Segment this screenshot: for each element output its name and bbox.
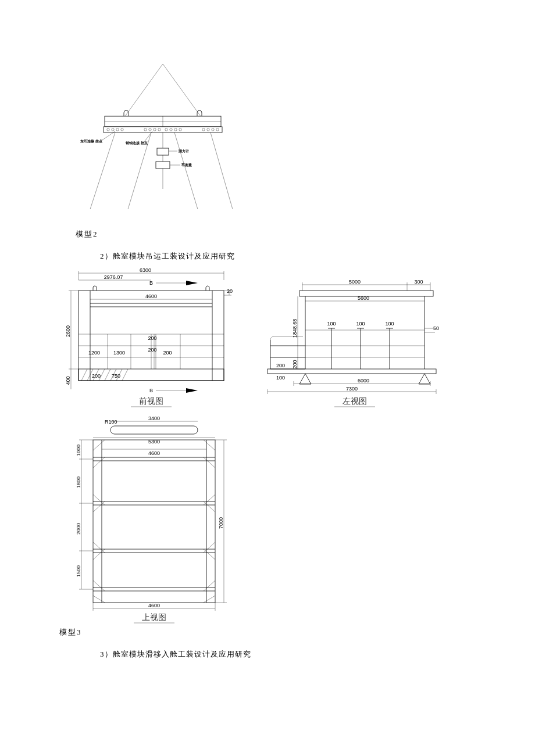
svg-line-70 bbox=[81, 369, 87, 381]
svg-line-162 bbox=[93, 501, 105, 512]
top-view-label: 上视图 bbox=[142, 613, 166, 622]
svg-text:4600: 4600 bbox=[148, 450, 160, 456]
svg-line-165 bbox=[204, 542, 215, 553]
svg-point-18 bbox=[202, 128, 205, 131]
svg-text:200: 200 bbox=[292, 360, 298, 368]
svg-line-77 bbox=[122, 369, 128, 381]
svg-text:1000: 1000 bbox=[76, 445, 81, 456]
svg-text:1500: 1500 bbox=[76, 565, 81, 577]
left-view-label: 左视图 bbox=[343, 397, 367, 406]
svg-text:1300: 1300 bbox=[113, 350, 125, 356]
svg-point-13 bbox=[158, 128, 160, 131]
svg-text:7000: 7000 bbox=[218, 517, 224, 529]
svg-point-21 bbox=[216, 128, 219, 131]
svg-line-168 bbox=[93, 581, 105, 591]
svg-marker-88 bbox=[186, 388, 198, 393]
svg-text:300: 300 bbox=[414, 279, 423, 285]
svg-line-160 bbox=[93, 495, 105, 505]
model2-right-label2: 平衡重 bbox=[181, 163, 192, 167]
model2-section: 左耳连接 挂点 销轴连接 挂点 测力计 平衡重 模型2 bbox=[58, 58, 500, 239]
svg-line-24 bbox=[174, 132, 198, 209]
svg-point-15 bbox=[170, 128, 172, 131]
model3-caption: 模型3 bbox=[59, 627, 500, 637]
model2-right-label1: 测力计 bbox=[178, 149, 189, 153]
heading3: 3）舱室模块滑移入舱工装设计及应用研究 bbox=[100, 649, 500, 660]
svg-text:R100: R100 bbox=[105, 419, 117, 425]
svg-text:100: 100 bbox=[327, 321, 336, 327]
svg-line-166 bbox=[93, 549, 105, 560]
svg-text:2600: 2600 bbox=[65, 325, 71, 337]
svg-text:1200: 1200 bbox=[88, 350, 100, 356]
svg-text:2000: 2000 bbox=[76, 523, 81, 535]
svg-text:7300: 7300 bbox=[346, 386, 358, 392]
svg-point-14 bbox=[165, 128, 167, 131]
svg-text:4600: 4600 bbox=[148, 603, 160, 608]
svg-text:100: 100 bbox=[276, 375, 285, 381]
svg-text:200: 200 bbox=[276, 363, 285, 368]
svg-text:1800: 1800 bbox=[76, 476, 81, 488]
svg-text:B: B bbox=[149, 388, 153, 393]
svg-point-6 bbox=[107, 128, 109, 131]
svg-text:3400: 3400 bbox=[148, 415, 160, 421]
svg-text:6000: 6000 bbox=[358, 378, 369, 384]
svg-line-157 bbox=[204, 440, 215, 450]
svg-rect-137 bbox=[110, 426, 198, 434]
svg-line-169 bbox=[204, 581, 215, 591]
model3-row1-svg: 6300 2976.07 B 20 4600 bbox=[58, 267, 465, 415]
svg-text:400: 400 bbox=[65, 376, 71, 385]
front-view-label: 前视图 bbox=[139, 397, 163, 406]
svg-line-163 bbox=[204, 501, 215, 512]
svg-text:750: 750 bbox=[112, 373, 120, 379]
svg-text:2976.07: 2976.07 bbox=[104, 274, 123, 280]
svg-text:100: 100 bbox=[356, 321, 365, 327]
svg-text:B: B bbox=[149, 280, 153, 286]
svg-rect-141 bbox=[93, 440, 215, 603]
svg-text:20: 20 bbox=[227, 288, 233, 294]
svg-point-11 bbox=[149, 128, 151, 131]
svg-text:100: 100 bbox=[385, 321, 394, 327]
svg-line-159 bbox=[204, 457, 215, 468]
model2-left-label: 左耳连接 挂点 bbox=[80, 139, 102, 144]
svg-line-164 bbox=[93, 542, 105, 553]
svg-line-25 bbox=[211, 132, 233, 209]
svg-text:200: 200 bbox=[148, 347, 156, 353]
svg-marker-43 bbox=[186, 281, 198, 285]
svg-point-7 bbox=[112, 128, 114, 131]
svg-line-170 bbox=[93, 596, 105, 603]
svg-line-0 bbox=[125, 64, 163, 116]
svg-text:5000: 5000 bbox=[349, 279, 361, 285]
svg-point-9 bbox=[121, 128, 123, 131]
svg-point-8 bbox=[116, 128, 119, 131]
svg-line-161 bbox=[204, 495, 215, 505]
heading2: 2）舱室模块吊运工装设计及应用研究 bbox=[100, 251, 500, 261]
svg-text:1848.68: 1848.68 bbox=[292, 319, 298, 338]
svg-point-12 bbox=[154, 128, 156, 131]
model2-mid-label: 销轴连接 挂点 bbox=[125, 141, 148, 145]
svg-text:5600: 5600 bbox=[358, 295, 369, 301]
svg-line-1 bbox=[163, 64, 201, 116]
svg-rect-29 bbox=[156, 162, 170, 169]
svg-text:200: 200 bbox=[148, 335, 156, 341]
svg-rect-27 bbox=[157, 148, 169, 155]
model3-topview-svg: R100 3400 5300 4600 bbox=[58, 415, 250, 625]
svg-point-19 bbox=[207, 128, 209, 131]
svg-text:4600: 4600 bbox=[145, 293, 157, 299]
svg-text:6300: 6300 bbox=[140, 267, 151, 273]
svg-text:200: 200 bbox=[92, 373, 101, 379]
svg-line-171 bbox=[204, 596, 215, 603]
svg-rect-5 bbox=[104, 127, 222, 132]
svg-line-156 bbox=[93, 440, 105, 450]
svg-line-22 bbox=[90, 132, 115, 209]
svg-point-20 bbox=[212, 128, 214, 131]
model2-svg: 左耳连接 挂点 销轴连接 挂点 测力计 平衡重 bbox=[58, 58, 233, 227]
svg-rect-118 bbox=[268, 369, 436, 374]
model2-caption: 模型2 bbox=[76, 229, 500, 239]
model3-section: 6300 2976.07 B 20 4600 bbox=[58, 267, 500, 637]
svg-text:200: 200 bbox=[163, 350, 172, 356]
svg-line-74 bbox=[105, 369, 110, 381]
svg-point-16 bbox=[174, 128, 177, 131]
svg-text:5300: 5300 bbox=[148, 439, 160, 445]
svg-point-17 bbox=[179, 128, 181, 131]
svg-line-167 bbox=[204, 549, 215, 560]
svg-line-158 bbox=[93, 457, 105, 468]
